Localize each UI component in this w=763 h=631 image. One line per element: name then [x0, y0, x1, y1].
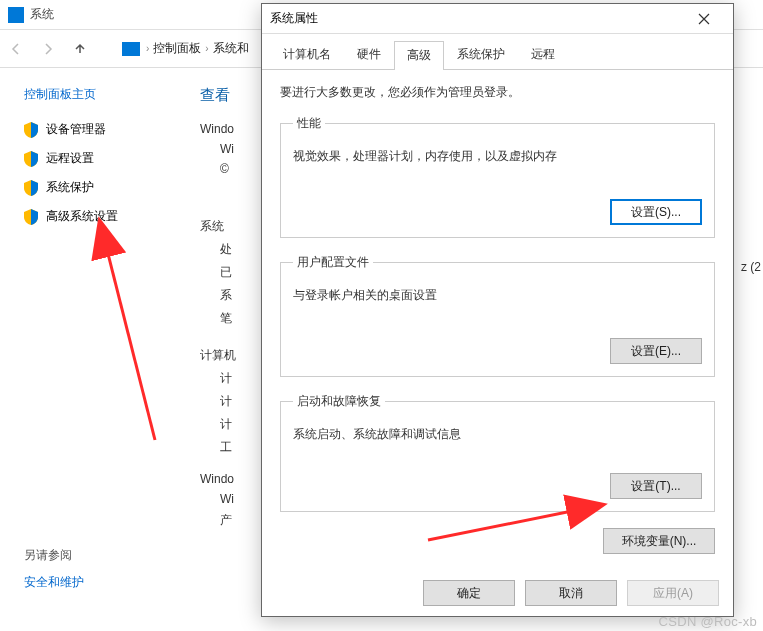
see-also-link[interactable]: 安全和维护	[24, 574, 84, 591]
close-icon	[698, 13, 710, 25]
tab-protection[interactable]: 系统保护	[444, 40, 518, 69]
tab-advanced[interactable]: 高级	[394, 41, 444, 70]
shield-icon	[24, 151, 38, 167]
cutoff-text: z (2	[741, 260, 761, 274]
group-legend: 性能	[293, 115, 325, 132]
group-desc: 视觉效果，处理器计划，内存使用，以及虚拟内存	[293, 148, 702, 165]
control-panel-home-link[interactable]: 控制面板主页	[24, 86, 180, 103]
performance-group: 性能 视觉效果，处理器计划，内存使用，以及虚拟内存 设置(S)...	[280, 115, 715, 238]
breadcrumb[interactable]: 控制面板	[149, 40, 205, 57]
dialog-titlebar: 系统属性	[262, 4, 733, 34]
group-legend: 用户配置文件	[293, 254, 373, 271]
sidebar-item-advanced[interactable]: 高级系统设置	[24, 208, 180, 225]
sidebar-item-label: 远程设置	[46, 150, 94, 167]
see-also-header: 另请参阅	[24, 547, 84, 564]
environment-variables-button[interactable]: 环境变量(N)...	[603, 528, 715, 554]
system-icon	[8, 7, 24, 23]
performance-settings-button[interactable]: 设置(S)...	[610, 199, 702, 225]
group-legend: 启动和故障恢复	[293, 393, 385, 410]
user-profiles-settings-button[interactable]: 设置(E)...	[610, 338, 702, 364]
sidebar-item-label: 系统保护	[46, 179, 94, 196]
nav-up-icon[interactable]	[66, 35, 94, 63]
left-pane: 控制面板主页 设备管理器 远程设置 系统保护 高级系统设置 另请参阅 安全和维护	[0, 68, 190, 631]
startup-recovery-group: 启动和故障恢复 系统启动、系统故障和调试信息 设置(T)...	[280, 393, 715, 512]
sidebar-item-protection[interactable]: 系统保护	[24, 179, 180, 196]
close-button[interactable]	[683, 4, 725, 34]
startup-settings-button[interactable]: 设置(T)...	[610, 473, 702, 499]
tab-computer-name[interactable]: 计算机名	[270, 40, 344, 69]
ok-button[interactable]: 确定	[423, 580, 515, 606]
dialog-title: 系统属性	[270, 10, 683, 27]
breadcrumb[interactable]: 系统和	[209, 40, 253, 57]
shield-icon	[24, 180, 38, 196]
tab-hardware[interactable]: 硬件	[344, 40, 394, 69]
sidebar-item-remote[interactable]: 远程设置	[24, 150, 180, 167]
shield-icon	[24, 122, 38, 138]
group-desc: 与登录帐户相关的桌面设置	[293, 287, 702, 304]
nav-forward-icon[interactable]	[34, 35, 62, 63]
shield-icon	[24, 209, 38, 225]
intro-text: 要进行大多数更改，您必须作为管理员登录。	[280, 84, 715, 101]
group-desc: 系统启动、系统故障和调试信息	[293, 426, 702, 443]
sidebar-item-device-manager[interactable]: 设备管理器	[24, 121, 180, 138]
user-profiles-group: 用户配置文件 与登录帐户相关的桌面设置 设置(E)...	[280, 254, 715, 377]
dialog-footer: 确定 取消 应用(A)	[262, 580, 733, 606]
cancel-button[interactable]: 取消	[525, 580, 617, 606]
bg-title: 系统	[30, 6, 54, 23]
system-properties-dialog: 系统属性 计算机名 硬件 高级 系统保护 远程 要进行大多数更改，您必须作为管理…	[261, 3, 734, 617]
dialog-body: 要进行大多数更改，您必须作为管理员登录。 性能 视觉效果，处理器计划，内存使用，…	[262, 70, 733, 570]
tab-remote[interactable]: 远程	[518, 40, 568, 69]
tab-bar: 计算机名 硬件 高级 系统保护 远程	[262, 34, 733, 70]
sidebar-item-label: 高级系统设置	[46, 208, 118, 225]
sidebar-item-label: 设备管理器	[46, 121, 106, 138]
pc-icon	[122, 42, 140, 56]
apply-button: 应用(A)	[627, 580, 719, 606]
nav-back-icon[interactable]	[2, 35, 30, 63]
watermark: CSDN @Roc-xb	[659, 614, 757, 629]
